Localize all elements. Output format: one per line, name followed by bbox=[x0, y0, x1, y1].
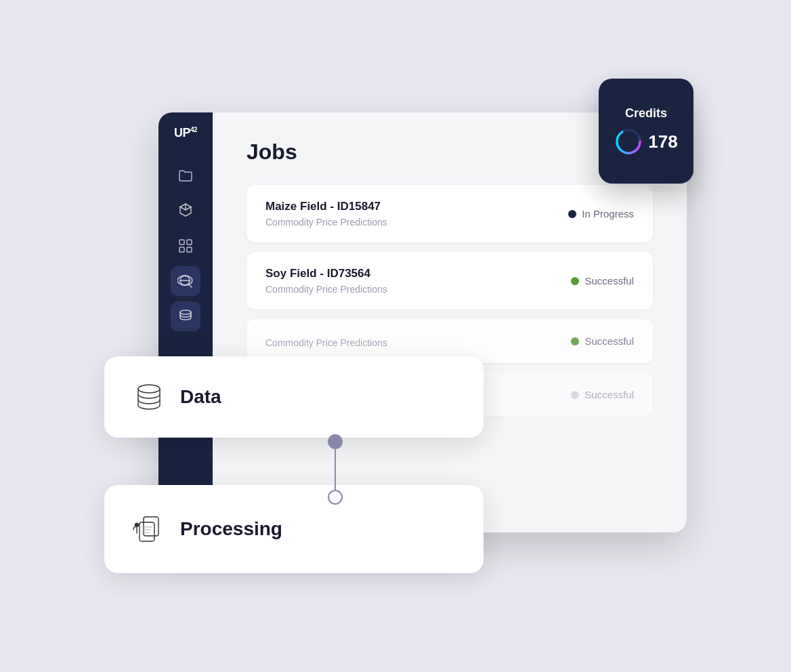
job-item-2[interactable]: Soy Field - ID73564 Commodity Price Pred… bbox=[247, 252, 653, 310]
job-item-1[interactable]: Maize Field - ID15847 Commodity Price Pr… bbox=[247, 185, 653, 243]
connector-dot-top bbox=[328, 434, 343, 449]
credits-card[interactable]: Credits 178 bbox=[599, 79, 693, 184]
blocks-icon bbox=[177, 238, 194, 254]
status-dot-4 bbox=[571, 391, 579, 399]
svg-rect-4 bbox=[179, 247, 184, 252]
job-status-1: In Progress bbox=[568, 208, 634, 219]
tooltip-processing[interactable]: Processing bbox=[104, 485, 484, 573]
svg-rect-11 bbox=[140, 522, 154, 541]
connector-dot-bottom bbox=[328, 490, 343, 505]
sidebar-item-search[interactable] bbox=[171, 266, 200, 296]
connector-line bbox=[335, 449, 336, 490]
sidebar-item-files[interactable] bbox=[171, 161, 200, 190]
svg-rect-2 bbox=[179, 240, 184, 245]
status-dot-1 bbox=[568, 210, 576, 218]
svg-line-7 bbox=[189, 285, 192, 288]
svg-rect-10 bbox=[144, 517, 158, 536]
folder-icon bbox=[177, 167, 194, 184]
svg-rect-5 bbox=[187, 247, 192, 252]
job-type-3: Commodity Price Predictions bbox=[265, 337, 387, 348]
job-status-2: Successful bbox=[571, 275, 634, 287]
credits-value: 178 bbox=[648, 131, 677, 152]
processing-icon bbox=[131, 511, 167, 547]
tooltip-data[interactable]: Data bbox=[104, 356, 484, 438]
svg-rect-3 bbox=[187, 240, 192, 245]
logo: UP42 bbox=[174, 126, 197, 140]
credits-circle-icon bbox=[614, 127, 643, 156]
tooltip-processing-label: Processing bbox=[180, 518, 282, 540]
sidebar-item-blocks[interactable] bbox=[171, 231, 200, 261]
credits-label: Credits bbox=[625, 106, 667, 121]
svg-point-8 bbox=[180, 310, 191, 314]
data-database-icon bbox=[131, 379, 167, 415]
processing-icon-wrap bbox=[131, 511, 167, 547]
job-status-4: Successful bbox=[571, 389, 634, 400]
job-info-3: Commodity Price Predictions bbox=[265, 334, 387, 348]
tooltip-data-label: Data bbox=[180, 386, 221, 408]
job-type-2: Commodity Price Predictions bbox=[265, 284, 387, 295]
job-name-2: Soy Field - ID73564 bbox=[265, 267, 387, 280]
status-dot-3 bbox=[571, 337, 579, 345]
connector bbox=[328, 434, 343, 505]
job-type-1: Commodity Price Predictions bbox=[265, 217, 387, 228]
globe-search-icon bbox=[177, 273, 194, 289]
database-icon bbox=[177, 308, 194, 324]
svg-point-9 bbox=[138, 385, 160, 393]
sidebar-item-database[interactable] bbox=[171, 301, 200, 331]
sidebar: UP42 bbox=[158, 112, 213, 532]
job-info-2: Soy Field - ID73564 Commodity Price Pred… bbox=[265, 267, 387, 295]
sidebar-item-cube[interactable] bbox=[171, 196, 200, 226]
page-title: Jobs bbox=[247, 140, 653, 165]
scene: Credits 178 UP42 bbox=[91, 72, 700, 600]
status-dot-2 bbox=[571, 277, 579, 285]
svg-point-12 bbox=[135, 524, 139, 527]
data-icon-wrap bbox=[131, 379, 167, 415]
cube-icon bbox=[177, 203, 194, 219]
job-info-1: Maize Field - ID15847 Commodity Price Pr… bbox=[265, 200, 387, 228]
job-name-1: Maize Field - ID15847 bbox=[265, 200, 387, 213]
job-status-3: Successful bbox=[571, 335, 634, 347]
credits-display: 178 bbox=[614, 127, 677, 156]
